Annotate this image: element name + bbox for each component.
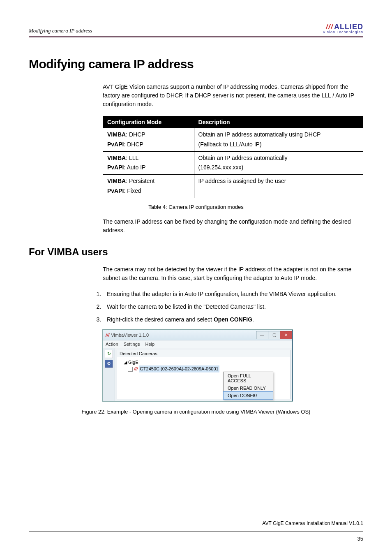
tree-camera-label: GT2450C (02-2609A)-02-2609A-06001	[139, 365, 219, 372]
mode-vimba-label: VIMBA	[107, 155, 126, 161]
mode-desc-line2: (169.254.xxx.xxx)	[198, 164, 244, 171]
mode-desc-line1: Obtain an IP address automatically using…	[198, 131, 321, 138]
figure-caption: Figure 22: Example - Opening camera in c…	[29, 409, 363, 415]
mode-pvapi-label: PvAPI	[107, 187, 124, 194]
mode-vimba-label: VIMBA	[107, 178, 126, 184]
checkbox-icon[interactable]	[128, 367, 133, 372]
mode-pvapi-value: : DHCP	[124, 141, 143, 148]
logo-subtitle: Vision Technologies	[323, 30, 363, 34]
logo-slashes-icon: ///	[326, 23, 333, 30]
step-3-text: Right-click the desired camera and selec…	[107, 316, 214, 323]
logo-brand: ALLIED	[334, 23, 363, 30]
window-titlebar[interactable]: /// VimbaViewer 1.1.0 — ▢ ✕	[103, 330, 292, 340]
page-title: Modifying camera IP address	[29, 57, 363, 71]
vimba-viewer-window: /// VimbaViewer 1.1.0 — ▢ ✕ Action Setti…	[103, 330, 293, 401]
section-heading-vimba: For VIMBA users	[29, 246, 363, 258]
config-modes-table: Configuration Mode Description VIMBA: DH…	[103, 116, 363, 198]
minimize-button[interactable]: —	[256, 331, 268, 339]
menu-bar[interactable]: Action Settings Help	[103, 340, 292, 348]
tree-root-gige[interactable]: ◢ GigE	[124, 359, 288, 366]
vimba-intro-paragraph: The camera may not be detected by the vi…	[103, 265, 363, 282]
intro-paragraph: AVT GigE Vision cameras support a number…	[103, 83, 363, 109]
footer-rule	[29, 531, 363, 532]
mode-vimba-value: : DHCP	[126, 131, 145, 138]
table-caption: Table 4: Camera IP configuration modes	[29, 204, 363, 210]
mode-vimba-value: : LLL	[126, 155, 138, 161]
ctx-open-config[interactable]: Open CONFIG	[224, 392, 273, 399]
mode-pvapi-value: : Auto IP	[124, 164, 145, 171]
close-button[interactable]: ✕	[280, 331, 292, 339]
mode-desc-line1: Obtain an IP address automatically	[198, 155, 288, 161]
mode-pvapi-label: PvAPI	[107, 164, 124, 171]
camera-icon: ///	[134, 366, 138, 371]
mode-desc-line2: (Fallback to LLL/Auto IP)	[198, 141, 262, 148]
steps-list: Ensuring that the adapter is in Auto IP …	[95, 290, 363, 324]
page-number: 35	[357, 536, 363, 542]
table-row: VIMBA: DHCP PvAPI: DHCP Obtain an IP add…	[103, 128, 363, 152]
tree-header: Detected Cameras	[117, 350, 290, 357]
after-table-paragraph: The camera IP address can be fixed by ch…	[103, 217, 363, 235]
menu-action[interactable]: Action	[106, 342, 118, 347]
settings-icon[interactable]: ⚙	[105, 360, 113, 368]
step-3: Right-click the desired camera and selec…	[103, 315, 363, 324]
refresh-icon[interactable]: ↻	[105, 350, 113, 358]
menu-settings[interactable]: Settings	[124, 342, 140, 347]
mode-pvapi-value: : Fixed	[124, 187, 141, 194]
step-3-tail: .	[252, 316, 254, 323]
footer-doc-title: AVT GigE Cameras Installation Manual V1.…	[262, 520, 363, 526]
brand-logo: /// ALLIED Vision Technologies	[323, 23, 363, 34]
menu-help[interactable]: Help	[145, 342, 154, 347]
table-header-mode: Configuration Mode	[103, 116, 194, 128]
ctx-open-read-only[interactable]: Open READ ONLY	[224, 384, 273, 392]
context-menu[interactable]: Open FULL ACCESS Open READ ONLY Open CON…	[223, 372, 273, 400]
app-icon: ///	[106, 333, 109, 338]
maximize-button[interactable]: ▢	[268, 331, 280, 339]
table-row: VIMBA: LLL PvAPI: Auto IP Obtain an IP a…	[103, 151, 363, 175]
tree-root-label: GigE	[128, 360, 138, 365]
mode-desc-line1: IP address is assigned by the user	[198, 178, 286, 184]
step-3-bold: Open CONFIG	[214, 316, 252, 323]
mode-pvapi-label: PvAPI	[107, 141, 124, 148]
detected-cameras-panel: Detected Cameras ◢ GigE /// GT2450C (02-…	[117, 350, 291, 399]
page-header: Modifying camera IP address /// ALLIED V…	[29, 23, 363, 37]
ctx-open-full-access[interactable]: Open FULL ACCESS	[224, 372, 273, 384]
window-title: VimbaViewer 1.1.0	[111, 333, 149, 338]
section-breadcrumb: Modifying camera IP address	[29, 28, 92, 34]
mode-vimba-value: : Persistent	[126, 178, 154, 184]
step-2: Wait for the camera to be listed in the …	[103, 303, 363, 311]
table-header-desc: Description	[194, 116, 363, 128]
mode-vimba-label: VIMBA	[107, 131, 126, 138]
table-row: VIMBA: Persistent PvAPI: Fixed IP addres…	[103, 175, 363, 198]
app-sidebar: ↻ ⚙	[103, 348, 115, 401]
step-1: Ensuring that the adapter is in Auto IP …	[103, 290, 363, 298]
